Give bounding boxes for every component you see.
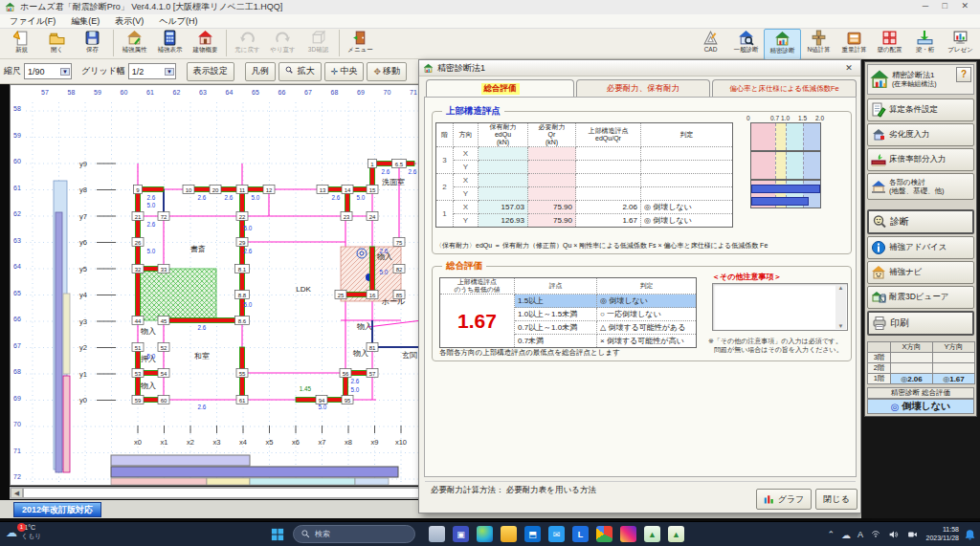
scale-select[interactable]: 1/90▼	[24, 63, 72, 79]
toolbar-button-weight[interactable]: 重量計算	[836, 29, 872, 58]
help-button[interactable]: ?	[956, 67, 971, 82]
menu-help[interactable]: ヘルプ(H)	[159, 15, 197, 28]
svg-text:67: 67	[13, 342, 21, 349]
volume-icon[interactable]	[888, 530, 900, 539]
taskbar-app-chrome-icon[interactable]	[596, 526, 612, 542]
taskbar-clock[interactable]: 11:58 2023/11/28	[925, 525, 959, 542]
sidebar-button-floor-input[interactable]: 床倍率部分入力	[867, 148, 974, 171]
menu-view[interactable]: 表示(V)	[115, 15, 144, 28]
taskbar-app-folder-icon[interactable]	[501, 526, 517, 542]
svg-text:11: 11	[239, 187, 246, 193]
dialog-titlebar[interactable]: 精密診断法1 ✕	[419, 60, 860, 76]
toolbar-button-label: やり直す	[270, 46, 295, 55]
taskbar-app-line-icon[interactable]: L	[572, 526, 589, 542]
sidebar-button-doc-edit[interactable]: 算定条件設定	[867, 98, 974, 121]
toolbar-button-wall-grid[interactable]: 壁の配置	[872, 29, 907, 58]
remarks-scrollbar[interactable]: ▲▼	[835, 285, 846, 329]
move-button[interactable]: ✥移動	[367, 62, 407, 81]
undo-icon	[239, 30, 256, 46]
cube-icon	[310, 30, 326, 46]
legend-button[interactable]: 凡例	[245, 62, 276, 81]
toolbar-left-group: 新規開く保存補強属性補強表示建物概要元に戻すやり直す3D確認メニュー	[4, 29, 378, 58]
table-row: 3 X	[436, 147, 733, 161]
tab-eccentricity-factor[interactable]: 偏心率と床仕様による低減係数Fe	[712, 79, 857, 98]
remarks-textarea[interactable]: ▲▼	[712, 283, 848, 331]
graph-button[interactable]: グラフ	[756, 489, 812, 510]
toolbar-button-cad[interactable]: CAD	[693, 29, 728, 58]
system-tray[interactable]: ⌃ ☁ A	[827, 522, 919, 546]
svg-text:y0: y0	[79, 396, 87, 404]
sidebar-button-print[interactable]: 印刷	[867, 311, 974, 336]
redo-icon	[275, 30, 291, 46]
taskbar-app-instagram-icon[interactable]	[620, 526, 636, 542]
svg-text:62: 62	[13, 210, 21, 217]
toolbar-button-beam[interactable]: 梁・桁	[907, 29, 943, 58]
taskbar-search[interactable]: 検索	[293, 525, 415, 543]
svg-text:63: 63	[13, 237, 21, 244]
tab-overall-evaluation[interactable]: 総合評価	[426, 79, 574, 98]
toolbar-button-new-file[interactable]: 新規	[4, 29, 39, 58]
svg-text:x7: x7	[319, 438, 326, 447]
right-sidebar: 精密診断法1 (在来軸組構法) ? 算定条件設定劣化度入力床倍率部分入力各部の検…	[861, 59, 980, 518]
zoom-button[interactable]: 拡大	[278, 62, 322, 81]
svg-text:54: 54	[161, 371, 167, 377]
cad-icon	[702, 30, 719, 46]
close-button[interactable]: 閉じる	[815, 489, 858, 510]
svg-text:12: 12	[266, 187, 273, 193]
center-button[interactable]: ✛中央	[324, 62, 365, 81]
ime-a-icon[interactable]: A	[858, 530, 863, 539]
sidebar-button-diagnose[interactable]: 診断	[867, 209, 974, 234]
toolbar-button-door[interactable]: メニュー	[343, 29, 378, 58]
window-title: ホームズ君「耐震診断Pro」 Ver4.4.1.0 [大阪標準リノベ二工1.HQ…	[20, 1, 282, 13]
toolbar-button-calc[interactable]: 補強表示	[152, 29, 188, 58]
taskbar-app-home-app-2-icon[interactable]: ▲	[668, 526, 684, 542]
video-icon[interactable]	[906, 530, 919, 539]
taskbar-app-camera-icon[interactable]: ▣	[453, 526, 469, 542]
toolbar-button-column[interactable]: N値計算	[801, 29, 836, 58]
calc-icon	[162, 30, 178, 46]
svg-text:33: 33	[161, 267, 167, 273]
sidebar-button-house-small[interactable]: 劣化度入力	[867, 123, 974, 146]
notification-bell-icon[interactable]	[964, 528, 976, 540]
start-button[interactable]	[269, 526, 285, 542]
house-red-icon	[197, 30, 213, 46]
chevron-up-icon[interactable]: ⌃	[827, 530, 835, 539]
display-settings-button[interactable]: 表示設定	[187, 62, 234, 81]
taskbar-app-task-view-icon[interactable]	[429, 526, 445, 542]
sidebar-button-parts-check[interactable]: 各部の検討 (地盤、基礎、他)	[867, 173, 974, 200]
onedrive-cloud-icon[interactable]: ☁	[841, 530, 851, 540]
toolbar-button-open-folder[interactable]: 開く	[39, 29, 75, 58]
table-row: Y	[436, 187, 733, 201]
toolbar-button-house-search[interactable]: 一般診断	[728, 29, 764, 58]
menu-file[interactable]: ファイル(F)	[10, 15, 56, 28]
grid-width-select[interactable]: 1/2▼	[128, 63, 176, 79]
toolbar-button-presen[interactable]: プレゼン	[943, 29, 978, 58]
taskbar-app-store-icon[interactable]: ⬒	[524, 526, 541, 542]
toolbar-button-house-chart[interactable]: 精密診断	[764, 29, 801, 60]
toolbar-button-save-floppy[interactable]: 保存	[75, 29, 110, 58]
taskbar-app-mail-icon[interactable]: ✉	[548, 526, 565, 542]
menu-edit[interactable]: 編集(E)	[71, 15, 100, 28]
sidebar-button-viewer3d[interactable]: 耐震3Dビューア	[867, 286, 974, 309]
svg-text:物入: 物入	[356, 322, 372, 331]
svg-text:71: 71	[13, 448, 21, 454]
toolbar-button-label: 保存	[86, 46, 99, 55]
scroll-left-arrow-icon[interactable]: ◀	[11, 488, 23, 498]
taskbar-app-home-app-1-icon[interactable]: ▲	[644, 526, 660, 542]
house-small-icon	[871, 127, 886, 142]
dialog-close-icon[interactable]: ✕	[842, 62, 856, 74]
sidebar-button-info[interactable]: 補強アドバイス	[867, 236, 974, 259]
column-icon	[811, 30, 827, 46]
window-controls[interactable]: ─ □ ✕	[923, 1, 974, 11]
taskbar-weather-widget[interactable]: ☁1 11°Cくもり	[6, 524, 42, 540]
svg-text:y4: y4	[79, 291, 87, 299]
toolbar-button-house-red[interactable]: 建物概要	[188, 29, 223, 58]
taskbar-app-edge-icon[interactable]	[477, 526, 493, 542]
toolbar-button-label: 新規	[15, 46, 28, 55]
wifi-icon[interactable]	[870, 530, 881, 539]
sidebar-button-navi[interactable]: 補強ナビ	[867, 261, 974, 284]
tab-required-strength[interactable]: 必要耐力、保有耐力	[576, 79, 710, 98]
toolbar-button-house-edit[interactable]: 補強属性	[117, 29, 152, 58]
svg-text:45: 45	[161, 318, 167, 324]
svg-text:5.0: 5.0	[244, 301, 253, 308]
